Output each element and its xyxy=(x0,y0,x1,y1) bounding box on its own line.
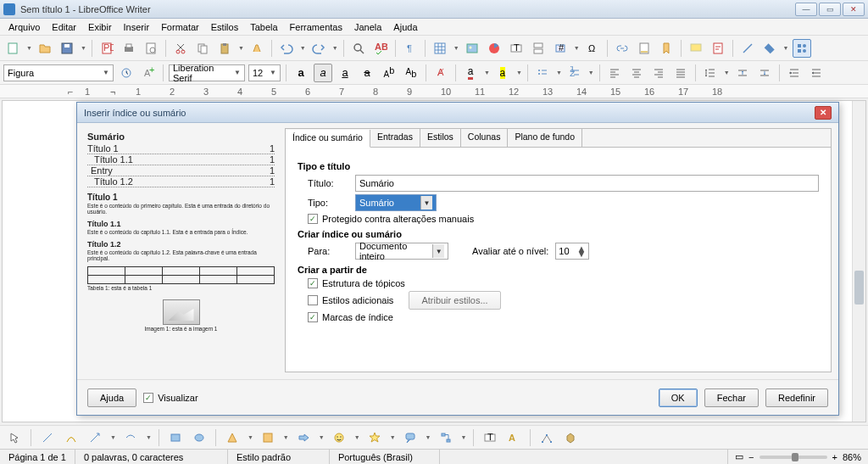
increase-indent-icon[interactable] xyxy=(785,64,804,82)
symbol-shapes-icon[interactable] xyxy=(259,428,277,447)
tab-columns[interactable]: Colunas xyxy=(461,129,509,147)
clear-formatting-icon[interactable]: A̸ xyxy=(431,64,450,82)
line-tool-icon[interactable] xyxy=(38,428,57,447)
points-icon[interactable] xyxy=(537,428,556,447)
italic-icon[interactable]: a xyxy=(314,64,332,82)
help-button[interactable]: Ajuda xyxy=(87,389,136,407)
increase-spacing-icon[interactable] xyxy=(733,64,752,82)
textbox-icon[interactable]: T xyxy=(507,39,526,58)
ok-button[interactable]: OK xyxy=(659,389,698,407)
preview-checkbox[interactable]: ✓Visualizar xyxy=(143,393,198,403)
clone-formatting-icon[interactable] xyxy=(248,39,266,58)
cut-icon[interactable] xyxy=(171,39,190,58)
addstyles-checkbox[interactable]: Estilos adicionais xyxy=(308,295,393,305)
export-pdf-icon[interactable]: PDF xyxy=(97,39,116,58)
line-arrow-icon[interactable] xyxy=(86,428,104,447)
close-button[interactable]: ✕ xyxy=(843,3,865,16)
superscript-icon[interactable]: Ab xyxy=(380,64,398,82)
table-icon[interactable] xyxy=(431,39,449,58)
zoom-slider[interactable] xyxy=(760,456,827,459)
bold-icon[interactable]: a xyxy=(292,64,310,82)
draw-functions-icon[interactable] xyxy=(793,39,811,58)
update-style-icon[interactable] xyxy=(117,64,136,82)
chart-icon[interactable] xyxy=(485,39,504,58)
image-icon[interactable] xyxy=(463,39,481,58)
new-style-icon[interactable]: A+ xyxy=(139,64,158,82)
tab-background[interactable]: Plano de fundo xyxy=(508,129,582,147)
marks-checkbox[interactable]: ✓Marcas de índice xyxy=(298,312,819,322)
flowchart-icon[interactable] xyxy=(437,428,455,447)
print-icon[interactable] xyxy=(120,39,138,58)
bookmark-icon[interactable] xyxy=(657,39,676,58)
font-color-icon[interactable]: a xyxy=(461,64,480,82)
outline-checkbox[interactable]: ✓Estrutura de tópicos xyxy=(298,278,819,288)
curve-tool-icon[interactable] xyxy=(62,428,81,447)
callout-icon[interactable] xyxy=(401,428,420,447)
paste-icon[interactable] xyxy=(215,39,234,58)
menu-inserir[interactable]: Inserir xyxy=(119,20,155,34)
menu-exibir[interactable]: Exibir xyxy=(83,20,117,34)
tab-index[interactable]: Índice ou sumário xyxy=(286,130,370,148)
status-page[interactable]: Página 1 de 1 xyxy=(0,450,75,464)
undo-icon[interactable] xyxy=(277,39,296,58)
fontwork-icon[interactable]: A xyxy=(504,428,523,447)
protected-checkbox[interactable]: ✓Protegido contra alterações manuais xyxy=(298,214,819,224)
extrusion-icon[interactable] xyxy=(561,428,580,447)
comment-icon[interactable] xyxy=(687,39,705,58)
menu-janela[interactable]: Janela xyxy=(349,20,387,34)
spellcheck-icon[interactable]: ABC xyxy=(371,39,390,58)
menu-ferramentas[interactable]: Ferramentas xyxy=(285,20,348,34)
menu-tabela[interactable]: Tabela xyxy=(245,20,282,34)
decrease-spacing-icon[interactable] xyxy=(755,64,774,82)
minimize-button[interactable]: — xyxy=(795,3,817,16)
close-button[interactable]: Fechar xyxy=(704,389,759,407)
subscript-icon[interactable]: Ab xyxy=(402,64,420,82)
footnote-icon[interactable] xyxy=(635,39,654,58)
menu-formatar[interactable]: Formatar xyxy=(156,20,204,34)
hyperlink-icon[interactable] xyxy=(613,39,632,58)
highlight-icon[interactable]: a xyxy=(493,64,512,82)
menu-arquivo[interactable]: Arquivo xyxy=(3,20,45,34)
status-words[interactable]: 0 palavras, 0 caracteres xyxy=(75,450,228,464)
line-icon[interactable] xyxy=(738,39,757,58)
tab-styles[interactable]: Estilos xyxy=(420,129,461,147)
rectangle-icon[interactable] xyxy=(166,428,185,447)
font-size-combo[interactable]: 12▼ xyxy=(248,64,281,81)
select-icon[interactable] xyxy=(5,428,24,447)
copy-icon[interactable] xyxy=(193,39,212,58)
page-break-icon[interactable] xyxy=(529,39,548,58)
numbering-icon[interactable]: 12 xyxy=(565,64,584,82)
level-spinner[interactable]: 10▲▼ xyxy=(555,243,589,260)
font-name-combo[interactable]: Liberation Serif▼ xyxy=(169,64,245,81)
status-zoom[interactable]: ▭ −+ 86% xyxy=(728,451,868,462)
view-layout-icon[interactable]: ▭ xyxy=(735,451,743,462)
ellipse-icon[interactable] xyxy=(190,428,209,447)
type-select[interactable]: Sumário▼ xyxy=(355,194,437,211)
align-center-icon[interactable] xyxy=(627,64,646,82)
new-icon[interactable] xyxy=(3,39,22,58)
vertical-scrollbar[interactable] xyxy=(852,101,865,422)
assign-styles-button[interactable]: Atribuir estilos... xyxy=(409,291,500,310)
open-icon[interactable] xyxy=(36,39,54,58)
bullets-icon[interactable] xyxy=(533,64,552,82)
title-input[interactable] xyxy=(355,175,819,192)
find-icon[interactable] xyxy=(349,39,368,58)
decrease-indent-icon[interactable] xyxy=(807,64,826,82)
maximize-button[interactable]: ▭ xyxy=(819,3,841,16)
status-style[interactable]: Estilo padrão xyxy=(228,450,330,464)
text-box-icon[interactable]: T xyxy=(481,428,499,447)
basic-shapes-icon[interactable] xyxy=(760,39,779,58)
special-char-icon[interactable]: Ω xyxy=(583,39,602,58)
align-right-icon[interactable] xyxy=(649,64,668,82)
zoom-value[interactable]: 86% xyxy=(843,452,861,462)
formatting-marks-icon[interactable]: ¶ xyxy=(401,39,420,58)
for-select[interactable]: Documento inteiro▼ xyxy=(355,243,448,260)
align-left-icon[interactable] xyxy=(605,64,624,82)
basic-shapes2-icon[interactable] xyxy=(223,428,242,447)
curve-tool2-icon[interactable] xyxy=(121,428,140,447)
menu-estilos[interactable]: Estilos xyxy=(206,20,243,34)
save-icon[interactable] xyxy=(58,39,76,58)
menu-ajuda[interactable]: Ajuda xyxy=(388,20,422,34)
smiley-icon[interactable] xyxy=(330,428,348,447)
dialog-close-button[interactable]: ✕ xyxy=(815,106,832,120)
